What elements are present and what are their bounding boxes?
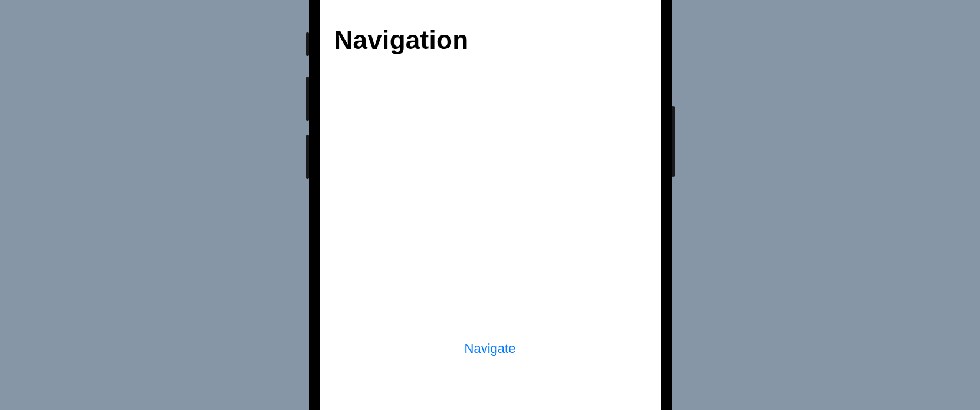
mute-switch — [306, 32, 309, 56]
device-frame: Navigation Navigate — [309, 0, 672, 410]
power-button — [672, 106, 675, 177]
navigate-button[interactable]: Navigate — [465, 341, 516, 356]
volume-up-button — [306, 77, 309, 121]
volume-down-button — [306, 135, 309, 179]
page-title: Navigation — [320, 26, 661, 54]
app-content: Navigation Navigate — [320, 0, 661, 410]
device-screen: Navigation Navigate — [320, 0, 661, 410]
